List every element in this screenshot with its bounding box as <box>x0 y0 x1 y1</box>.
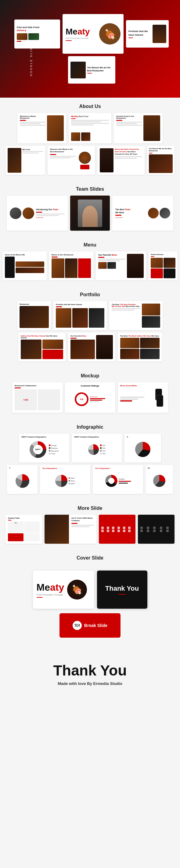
team-slide-chef-photo <box>70 195 110 231</box>
portfolio-slide-best: The Best The Best Portfolio We've Ever H… <box>109 301 162 330</box>
menu-slide-at-restaurant: Menus at Our Restaurant <box>49 251 93 280</box>
cover-slides-row: Meaty Food Presentation Template 🍖 Thank… <box>3 570 177 609</box>
mockup-header: Mockup <box>0 367 180 382</box>
more-slide-header: More Slide <box>0 499 180 515</box>
infographic-slide-our1: Our Infographics Data 1 Data 2 Data 3 <box>40 465 90 494</box>
team-row: Introducing Our Team <box>3 195 177 231</box>
menu-slide-dessert: Various Dessert <box>149 251 178 280</box>
cover-slide-meaty: Meaty Food Presentation Template 🍖 <box>33 570 94 609</box>
hero-slide-reason: The Reason We are the Best Restaurant <box>68 56 115 84</box>
portfolio-header: Portfolio <box>0 286 180 301</box>
portfolio-row-1: Restaurant Portfolio that We Have Owned <box>3 301 177 330</box>
about-us-header: About Us <box>0 98 180 113</box>
more-slide-contact: Get In Touch With Meaty Company <box>44 515 96 544</box>
infographic-slide-partial: Ou <box>146 465 173 494</box>
final-subtitle: Made with love By Ermedia Studio <box>6 681 174 686</box>
hero-main-slide: Meaty Food Presentation Template 🍖 <box>63 14 124 54</box>
mockup-grid: Restaurant Collaboration +100 Customer R… <box>0 382 180 418</box>
hero-brand-title: Meaty <box>66 27 99 37</box>
infographic-row-2: T Our Infographics Data 1 Data 2 Data 3 <box>3 465 177 494</box>
hero-slide-delivery-title: Fast and Safe Food Delivery <box>17 26 58 32</box>
hero-section: GOOGLE SLIDE TEMPLATE Fast and Safe Food… <box>0 0 180 98</box>
mockup-row: Restaurant Collaboration +100 Customer R… <box>3 382 177 413</box>
cover-slide-section: Meaty Food Presentation Template 🍖 Thank… <box>0 564 180 653</box>
menu-slide-some: Some of the Menus We <box>2 251 47 280</box>
infographic-slide-t: T <box>7 465 37 494</box>
infographic-grid: SWOT Analysis Infographics SWOT Strength… <box>0 434 180 499</box>
more-row: Seating Table 590 Get In Touch With Meat… <box>3 515 177 544</box>
break-slide-icon: 🍽 <box>72 621 82 630</box>
portfolio-slide-best-gallery: The Best The Best Gallery We Have We Hav… <box>118 333 162 362</box>
menu-header: Menu <box>0 236 180 251</box>
cover-slide-header: Cover Slide <box>0 549 180 564</box>
more-slide-grid: Seating Table 590 Get In Touch With Meat… <box>0 515 180 549</box>
portfolio-slide-our-menu: Our Favorite Menu <box>68 333 115 362</box>
hero-reason-title: The Reason We are the Best Restaurant <box>87 66 113 72</box>
about-slide-reason: The Reason We are the Best Restaurant <box>147 146 175 175</box>
about-slide-we-food: We Food <box>5 146 45 175</box>
about-us-grid: Welcome to Meaty Restaurant Mostly Best … <box>0 113 180 180</box>
cover-thankyou-text: Thank You <box>105 585 139 592</box>
cover-slide-thankyou: Thank You <box>97 570 147 609</box>
about-slide-favorite: Favorite Food In Our Restaurant <box>114 113 162 144</box>
about-row-1: Welcome to Meaty Restaurant Mostly Best … <box>3 113 177 144</box>
hero-portfolio-title: Portfolio that We Have Owned <box>128 30 151 36</box>
infographic-slide-3: S <box>124 434 161 463</box>
portfolio-slide-gallery: Gallery that We Have Owned that We Have … <box>18 333 66 362</box>
menu-row: Some of the Menus We Menus at Our Restau… <box>3 251 177 280</box>
portfolio-row-2: Gallery that We Have Owned that We Have … <box>3 333 177 362</box>
team-grid: Introducing Our Team <box>0 195 180 236</box>
cover-brand: Meaty <box>37 582 64 593</box>
menu-slide-favorite: Our Favorite Menu <box>96 251 146 280</box>
more-slide-seating: Seating Table 590 <box>5 515 42 544</box>
break-slide-label: Break Slide <box>84 623 108 628</box>
about-slide-welcome: Welcome to Meaty Restaurant <box>18 113 66 144</box>
hero-subtitle: Food Presentation Template <box>66 37 99 39</box>
about-slide-around: Meaty Has Been Around For Over 20 Years … <box>97 146 145 175</box>
hero-slides: Fast and Safe Food Delivery Meaty Food P… <box>0 8 180 90</box>
cover-food-bowl: 🍖 <box>67 580 87 599</box>
portfolio-grid: Restaurant Portfolio that We Have Owned <box>0 301 180 367</box>
hero-food-image: 🍖 <box>99 23 121 44</box>
portfolio-slide-owned: Portfolio that We Have Owned <box>53 301 107 330</box>
team-header: Team Slides <box>0 180 180 195</box>
final-section: Thank You Made with love By Ermedia Stud… <box>0 653 180 698</box>
about-row-2: We Food Reasons why Meaty is the Best Re… <box>3 146 177 175</box>
about-slide-reasons: Reasons why Meaty is the Best Restaurant <box>48 146 95 175</box>
infographic-slide-swot1: SWOT Analysis Infographics SWOT Strength… <box>19 434 69 463</box>
hero-slide-portfolio: Portfolio that We Have Owned <box>126 20 169 48</box>
infographic-row-1: SWOT Analysis Infographics SWOT Strength… <box>3 434 177 463</box>
break-slide: 🍽 Break Slide <box>59 613 121 638</box>
menu-grid: Some of the Menus We Menus at Our Restau… <box>0 251 180 286</box>
mockup-slide-ratings: Customer Ratings 4.8 <box>65 382 115 413</box>
infographic-slide-our2: Our Infographics Analytics <box>93 465 143 494</box>
team-slide-intro: Introducing Our Team <box>7 195 68 231</box>
infographic-slide-swot2: SWOT Analysis Infographics 25% 25% 25% 2… <box>72 434 122 463</box>
hero-slide-delivery: Fast and Safe Food Delivery <box>14 20 60 49</box>
portfolio-slide-restaurant: Restaurant <box>18 301 51 330</box>
cover-subtitle: Food Presentation Template <box>37 594 64 596</box>
more-slide-font <box>99 515 136 544</box>
final-title: Thank You <box>6 662 174 679</box>
mockup-slide-collab: Restaurant Collaboration +100 <box>12 382 63 413</box>
more-slide-dark <box>138 515 175 544</box>
infographic-header: Infographic <box>0 418 180 434</box>
mockup-slide-social: Meaty Social Media <box>118 382 168 413</box>
about-slide-mostly: Mostly Best Food <box>69 113 111 144</box>
team-slide-best: The Best Team We Have <box>112 195 173 231</box>
